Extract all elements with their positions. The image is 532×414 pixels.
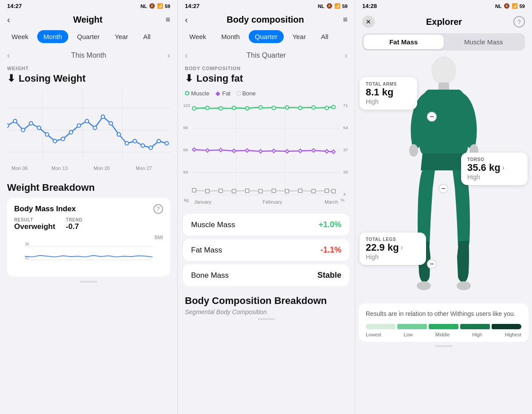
period-label-2: This Quarter (246, 51, 286, 59)
back-button-1[interactable]: ‹ (7, 15, 10, 25)
bmi-trend: TREND -0.7 (66, 217, 82, 231)
status-time-3: 14:28 (362, 3, 377, 9)
next-period-1[interactable]: › (167, 50, 170, 60)
svg-point-14 (69, 130, 73, 134)
toggle-fat-mass[interactable]: Fat Mass (364, 35, 444, 49)
svg-point-10 (37, 126, 41, 130)
tab-year-2[interactable]: Year (286, 30, 312, 43)
legend-label-low: Low (404, 332, 413, 337)
svg-point-97 (457, 281, 471, 290)
tab-quarter-1[interactable]: Quarter (71, 30, 106, 43)
tab-quarter-2[interactable]: Quarter (249, 30, 284, 43)
status-icons-2: NL 🔕 📶 59 (318, 3, 348, 9)
legs-status: High (366, 253, 420, 260)
svg-rect-83 (272, 189, 275, 193)
status-icons-1: NL 🔕 📶 59 (141, 3, 170, 9)
muscle-dot (185, 91, 189, 95)
color-seg-high (460, 324, 490, 329)
menu-button-2[interactable]: ≡ (343, 15, 348, 24)
svg-point-7 (13, 119, 17, 123)
legend-fat-label: Fat (222, 90, 231, 97)
svg-point-56 (232, 106, 236, 110)
legs-chevron-icon: › (401, 244, 403, 252)
tab-all-1[interactable]: All (137, 30, 157, 43)
legend-label-high: High (472, 332, 482, 337)
muscle-mass-value: +1.0% (318, 220, 341, 229)
status-icons-3: NL 🔕 📶 59 (495, 3, 525, 9)
tab-all-2[interactable]: All (315, 30, 335, 43)
color-seg-middle (429, 324, 458, 329)
color-bar (366, 324, 521, 329)
svg-point-15 (77, 124, 81, 127)
breakdown-title: Weight Breakdown (7, 182, 170, 193)
svg-point-61 (298, 106, 302, 110)
tab-year-1[interactable]: Year (109, 30, 134, 43)
legs-info-card[interactable]: TOTAL LEGS 22.9 kg › High (360, 233, 426, 265)
svg-text:93: 93 (183, 170, 188, 174)
chart-legend: Muscle ◆ Fat □ Bone (178, 88, 355, 99)
arms-label: TOTAL ARMS (366, 82, 411, 87)
svg-text:Mon 06: Mon 06 (12, 166, 28, 171)
svg-point-92 (431, 56, 456, 85)
svg-rect-81 (246, 189, 249, 193)
fat-mass-card: Fat Mass -1.1% (183, 239, 349, 261)
fat-diamond-icon: ◆ (215, 90, 220, 97)
svg-rect-84 (285, 189, 289, 193)
svg-point-58 (259, 106, 262, 109)
prev-period-1[interactable]: ‹ (7, 50, 10, 60)
svg-marker-70 (259, 150, 262, 153)
weight-chart: Mon 06 Mon 13 Mon 20 Mon 27 (0, 88, 177, 177)
back-button-2[interactable]: ‹ (185, 15, 188, 25)
svg-text:71: 71 (343, 103, 348, 108)
svg-point-16 (85, 119, 89, 123)
weight-section-label: WEIGHT (0, 64, 177, 72)
body-comp-section-label: BODY COMPOSITION (178, 64, 355, 72)
status-time-1: 14:27 (7, 3, 22, 9)
prev-period-2[interactable]: ‹ (185, 50, 188, 60)
bmi-result: RESULT Overweight (14, 217, 55, 231)
svg-point-94 (409, 144, 418, 157)
help-button[interactable]: ? (513, 16, 525, 28)
bmi-info-icon[interactable]: ? (153, 204, 163, 214)
tab-month-2[interactable]: Month (215, 30, 246, 43)
weight-trend-icon: ⬇ (7, 73, 15, 84)
svg-rect-77 (192, 189, 196, 192)
status-bar-3: 14:28 NL 🔕 📶 59 (355, 0, 532, 11)
body-comp-title: Body composition (227, 15, 304, 25)
bmi-card: Body Mass Index ? RESULT Overweight TREN… (7, 198, 170, 276)
tab-month-1[interactable]: Month (37, 30, 68, 43)
svg-point-53 (192, 106, 196, 110)
svg-point-63 (325, 106, 329, 110)
tab-week-1[interactable]: Week (5, 30, 35, 43)
close-button[interactable]: ✕ (362, 16, 375, 28)
metric-cards: Muscle Mass +1.0% Fat Mass -1.1% Bone Ma… (178, 210, 355, 290)
svg-text:Mon 27: Mon 27 (136, 166, 152, 171)
legend-bone-label: Bone (242, 90, 255, 97)
bmi-card-title: Body Mass Index (14, 205, 76, 213)
weight-chart-svg: Mon 06 Mon 13 Mon 20 Mon 27 (7, 88, 170, 177)
next-period-2[interactable]: › (344, 50, 348, 60)
toggle-muscle-mass[interactable]: Muscle Mass (444, 35, 524, 49)
svg-marker-74 (312, 149, 315, 152)
svg-point-96 (417, 281, 431, 290)
body-comp-section-title: ⬇ Losing fat (178, 72, 355, 88)
status-bar-1: 14:27 NL 🔕 📶 59 (0, 0, 177, 11)
svg-point-17 (93, 126, 97, 130)
weight-period-nav: ‹ This Month › (0, 47, 177, 64)
bmi-trend-value: -0.7 (66, 222, 79, 231)
bone-mass-value: Stable (317, 271, 341, 280)
svg-marker-72 (285, 150, 289, 153)
arms-minus-badge: − (427, 112, 437, 122)
bmi-result-label: RESULT (14, 217, 55, 222)
bone-mass-label: Bone Mass (191, 271, 229, 280)
svg-marker-66 (206, 149, 209, 152)
torso-info-card[interactable]: TORSO 35.6 kg › High (461, 153, 528, 185)
svg-marker-65 (192, 148, 196, 151)
menu-button-1[interactable]: ≡ (165, 15, 170, 24)
arms-info-card[interactable]: TOTAL ARMS 8.1 kg High (360, 77, 417, 110)
legs-minus-badge: − (427, 259, 437, 269)
tab-week-2[interactable]: Week (183, 30, 212, 43)
legend-label-highest: Highest (505, 332, 521, 337)
svg-text:37: 37 (343, 147, 348, 152)
svg-point-59 (272, 106, 275, 110)
